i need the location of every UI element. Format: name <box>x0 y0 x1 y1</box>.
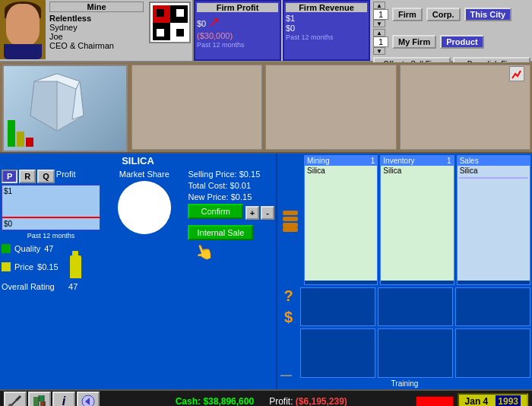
profit-chart: $1 $0 <box>2 185 100 230</box>
bar-yellow <box>17 132 24 147</box>
prq-tabs: P R Q Profit <box>2 170 100 183</box>
mining-module: Mining 1 Silica <box>304 155 378 285</box>
stack-icon[interactable] <box>281 211 300 230</box>
price-color-box <box>2 262 11 271</box>
status-icons: i <box>4 392 100 406</box>
bar-chart <box>8 120 33 147</box>
svg-rect-4 <box>157 9 164 17</box>
inventory-content: Silica <box>381 166 453 281</box>
profile-title: CEO & Chairman <box>49 41 144 50</box>
firm-profit-value: $0 ↗ <box>197 14 278 30</box>
firm-btn[interactable]: Firm <box>392 8 423 21</box>
myfirm-btn[interactable]: My Firm <box>392 35 436 49</box>
pie-chart <box>118 181 171 234</box>
firm-spinner[interactable]: ▲ 1 ▼ <box>373 2 388 27</box>
firm-revenue-past: Past 12 months <box>286 33 367 41</box>
mining-title: Mining 1 <box>305 156 377 166</box>
dollar-icon[interactable]: $ <box>284 309 293 326</box>
date-display: Jan 4 1993 <box>458 393 528 406</box>
firm-profit-sub: ($30,000) <box>197 31 278 40</box>
firm-spin-up[interactable]: ▲ <box>373 2 385 9</box>
bottom-row <box>279 328 530 378</box>
product-btn[interactable]: Product <box>440 35 484 49</box>
internal-sale-btn[interactable]: Internal Sale <box>188 225 253 240</box>
firm-spin-down[interactable]: ▼ <box>373 20 385 27</box>
this-city-btn[interactable]: This City <box>464 8 511 21</box>
sales-module: Sales Silica <box>457 155 530 285</box>
pricing-box: Selling Price: $0.15 Total Cost: $0.01 N… <box>188 170 274 240</box>
profile-person: Joe <box>49 32 144 41</box>
status-text: Cash: $38,896,600 Profit: ($6,195,239) <box>107 396 416 406</box>
svg-rect-14 <box>283 223 298 227</box>
company-logo <box>149 2 191 43</box>
price-label-q: Price <box>14 262 33 271</box>
profit-tab-label: Profit <box>56 170 76 183</box>
panel-empty-1 <box>131 65 262 150</box>
sales-item: Silica <box>458 166 530 176</box>
firm-revenue-box: Firm Revenue $1 $0 Past 12 months <box>283 0 370 61</box>
confirm-btn[interactable]: Confirm <box>188 204 243 219</box>
svg-rect-13 <box>283 217 298 221</box>
main-content: SILICA P R Q Profit $1 $0 Past 12 months <box>0 154 532 389</box>
progress-bar <box>416 396 454 406</box>
past-12-label: Past 12 months <box>2 232 100 239</box>
firm-profit-past: Past 12 months <box>197 41 278 49</box>
market-share-box: Market Share <box>104 170 184 240</box>
svg-rect-21 <box>40 401 46 406</box>
financial-section: Firm Profit $0 ↗ ($30,000) Past 12 month… <box>194 0 370 61</box>
corp-btn[interactable]: Corp. <box>426 8 461 21</box>
mining-content: Silica <box>305 166 377 281</box>
tab-r[interactable]: R <box>19 170 36 183</box>
training-area <box>279 328 298 378</box>
bottom-modules <box>300 328 530 378</box>
map-icon-btn[interactable] <box>28 392 51 406</box>
panel-empty-2 <box>265 65 396 150</box>
silica-top: P R Q Profit $1 $0 Past 12 months Market… <box>2 170 274 240</box>
silica-panel: SILICA P R Q Profit $1 $0 Past 12 months <box>0 154 277 389</box>
sales-content: Silica <box>458 166 530 281</box>
chart-icon[interactable] <box>509 66 524 81</box>
svg-rect-5 <box>176 9 184 17</box>
quality-color-box <box>2 244 11 253</box>
profit-red-line <box>2 217 100 218</box>
tools-icon-btn[interactable] <box>4 392 27 406</box>
profit-label-high: $1 <box>4 187 12 195</box>
myfirm-spin-up[interactable]: ▲ <box>373 29 385 36</box>
back-icon-btn[interactable] <box>77 392 100 406</box>
training-bar <box>280 375 292 376</box>
svg-rect-15 <box>283 227 298 232</box>
sales-title: Sales <box>458 156 530 166</box>
product-image <box>4 66 126 151</box>
inventory-title: Inventory 1 <box>381 156 453 166</box>
quality-label: Quality <box>14 244 40 253</box>
action-icons: ? $ <box>279 287 298 326</box>
module-mid-1 <box>300 287 375 326</box>
svg-marker-10 <box>30 81 57 131</box>
tab-p[interactable]: P <box>2 170 17 183</box>
question-icon[interactable]: ? <box>283 287 293 305</box>
myfirm-spin-down[interactable]: ▼ <box>373 47 385 55</box>
firm-profit-box: Firm Profit $0 ↗ ($30,000) Past 12 month… <box>194 0 281 61</box>
firm-revenue-value: $1 <box>286 14 367 23</box>
plus-minus-controls: + - <box>245 206 274 220</box>
profit-value: ($6,195,239) <box>296 396 347 406</box>
module-bot-2 <box>378 328 453 378</box>
quality-box: Quality 47 Price $0.15 Overall Rating <box>2 244 135 291</box>
year-display: 1993 <box>496 395 521 406</box>
status-bar: i Cash: $38,896,600 Profit: ($6,195,239)… <box>0 389 532 406</box>
myfirm-spinner[interactable]: ▲ 1 ▼ <box>373 29 388 55</box>
right-panel: Mining 1 Silica Inventory 1 <box>277 154 532 389</box>
minus-btn[interactable]: - <box>261 206 274 220</box>
profile-city: Sydney <box>49 23 144 32</box>
info-icon-btn[interactable]: i <box>52 392 75 406</box>
market-share-title: Market Share <box>104 170 184 179</box>
tab-q[interactable]: Q <box>37 170 55 183</box>
svg-rect-7 <box>176 29 184 36</box>
quality-value: 47 <box>44 244 53 253</box>
plus-btn[interactable]: + <box>245 206 259 220</box>
module-mid-2 <box>378 287 453 326</box>
silica-bottom: Quality 47 Price $0.15 Overall Rating <box>2 244 274 291</box>
bar-green <box>8 120 15 147</box>
bar-red <box>26 138 33 147</box>
module-bot-3 <box>455 328 530 378</box>
